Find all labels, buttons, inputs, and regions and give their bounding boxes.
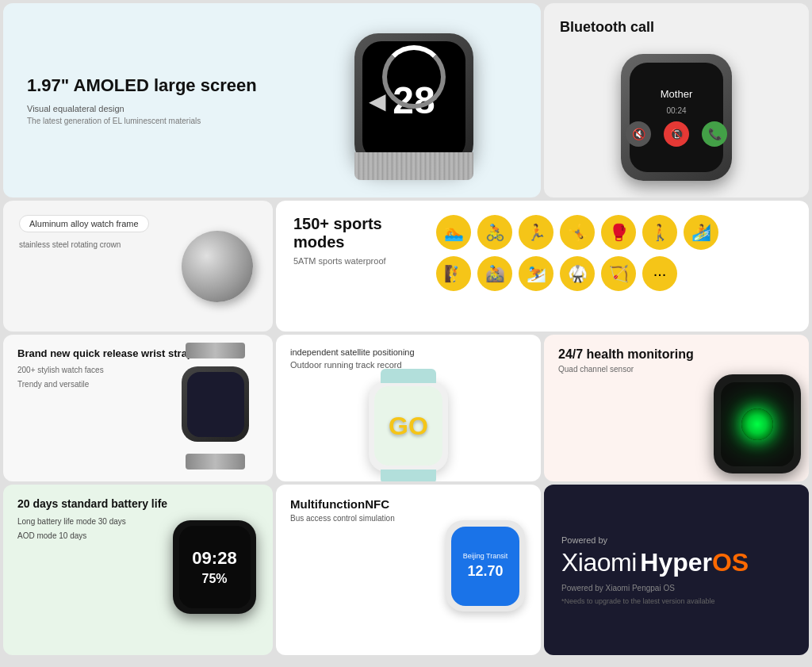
go-watch-body: GO	[369, 381, 448, 472]
cell-strap: Brand new quick release wrist strap 200+…	[3, 335, 273, 481]
health-watch	[694, 366, 805, 477]
sports-row-2: 🧗 🚵 ⛷️ 🥋 🏹 ···	[436, 256, 791, 291]
cell-health: 24/7 health monitoring Quad channel sens…	[544, 335, 809, 481]
battery-watch-body: 09:28 75%	[173, 520, 256, 614]
sport-icon-run: 🏃	[519, 215, 553, 250]
sport-icon-mtb: 🚵	[477, 256, 512, 291]
nfc-title: MultifunctionNFC	[290, 497, 527, 511]
health-watch-body	[714, 374, 801, 473]
bluetooth-watch-area: Mother 00:24 🔇 📵 📞	[560, 45, 793, 190]
nfc-watch-screen: Beijing Transit 12.70	[451, 527, 519, 606]
sport-icon-skate: ⛷️	[519, 256, 553, 291]
bt-accept-btn[interactable]: 📞	[702, 121, 727, 147]
amoled-title: 1.97" AMOLED large screen	[27, 75, 257, 96]
main-grid: 1.97" AMOLED large screen Visual equalat…	[0, 0, 812, 667]
hyperos-os: OS	[712, 548, 749, 577]
hyperos-brand-line: Xiaomi HyperOS	[561, 548, 791, 577]
crown-image	[162, 223, 265, 310]
sport-icon-more: ···	[642, 256, 677, 291]
bt-decline-btn[interactable]: 📵	[664, 121, 689, 147]
cell-bluetooth: Bluetooth call Mother 00:24 🔇 📵 📞	[544, 3, 809, 197]
watch-strap	[354, 152, 473, 180]
watch-screen: ◀ 28	[362, 41, 465, 160]
strap-piece-top	[186, 343, 245, 358]
cell-nfc: MultifunctionNFC Bus access control simu…	[276, 485, 541, 655]
sports-row-1: 🏊 🚴 🏃 🤸 🥊 🚶 🏄	[436, 215, 791, 250]
sports-title: 150+ sports modes	[293, 215, 420, 251]
sports-icons: 🏊 🚴 🏃 🤸 🥊 🚶 🏄 🧗 🚵 ⛷️ 🥋 🏹 ···	[436, 215, 791, 317]
hyperos-hyper: Hyper	[640, 548, 712, 577]
watch-ring	[382, 45, 446, 109]
bt-caller: Mother	[661, 88, 692, 100]
nfc-watch-body: Beijing Transit 12.70	[446, 520, 525, 611]
watch-body: ◀ 28	[354, 33, 473, 168]
sport-icon-hike: 🧗	[436, 256, 471, 291]
sport-icon-box: 🥊	[601, 215, 636, 250]
sensor-glow	[741, 408, 773, 440]
strap-piece-bottom	[186, 454, 245, 470]
bt-watch: Mother 00:24 🔇 📵 📞	[621, 54, 732, 181]
sport-icon-archer: 🏹	[601, 256, 636, 291]
cell-amoled: 1.97" AMOLED large screen Visual equalat…	[3, 3, 541, 197]
bt-call-icons: 🔇 📵 📞	[626, 121, 727, 147]
sport-icon-gym: 🤸	[560, 215, 595, 250]
bt-watch-screen: Mother 00:24 🔇 📵 📞	[630, 63, 723, 172]
go-strap-bottom	[381, 470, 436, 482]
amoled-text: 1.97" AMOLED large screen Visual equalat…	[27, 75, 257, 125]
crown-circle	[182, 231, 253, 302]
strap-watch	[166, 343, 269, 470]
hyperos-powered-by2: Powered by Xiaomi Pengpai OS	[561, 584, 791, 592]
strap-watch-body	[182, 366, 249, 442]
battery-watch-screen: 09:28 75%	[179, 526, 251, 608]
strap-watch-screen	[187, 372, 244, 437]
hyperos-note: *Needs to upgrade to the latest version …	[561, 597, 791, 605]
nfc-card: Beijing Transit 12.70	[414, 516, 529, 643]
battery-time: 09:28	[192, 548, 236, 569]
amoled-sub1: Visual equalateral design	[27, 104, 257, 113]
battery-watch: 09:28 75%	[163, 496, 266, 643]
hyperos-xiaomi: Xiaomi	[561, 548, 637, 577]
battery-percent: 75%	[201, 572, 227, 586]
go-watch-screen: GO	[374, 386, 442, 466]
bt-timer: 00:24	[666, 106, 686, 115]
health-watch-screen	[721, 382, 794, 466]
amoled-watch: ◀ 28	[311, 21, 517, 180]
sport-icon-swim: 🏊	[436, 215, 471, 250]
hyperos-powered-label: Powered by	[561, 535, 791, 545]
sports-sub: 5ATM sports waterproof	[293, 256, 420, 266]
cell-sports: 150+ sports modes 5ATM sports waterproof…	[276, 201, 809, 332]
nfc-card-info: Beijing Transit	[463, 552, 508, 560]
health-title: 24/7 health monitoring	[558, 347, 795, 362]
cell-hyperos: Powered by Xiaomi HyperOS Powered by Xia…	[544, 485, 809, 655]
amoled-sub2: The latest generation of EL luminescent …	[27, 117, 257, 125]
nfc-amount: 12.70	[467, 563, 503, 580]
go-label: GO	[389, 412, 428, 441]
alloy-badge: Aluminum alloy watch frame	[19, 215, 149, 232]
go-watch: GO	[284, 378, 533, 473]
sport-icon-walk: 🚶	[642, 215, 677, 250]
go-strap-top	[381, 369, 436, 383]
sports-text: 150+ sports modes 5ATM sports waterproof	[293, 215, 420, 317]
cell-battery: 20 days standard battery life Long batte…	[3, 485, 273, 655]
bluetooth-title: Bluetooth call	[560, 19, 793, 36]
sport-icon-martial: 🥋	[560, 256, 595, 291]
cell-satellite: independent satellite positioning Outdoo…	[276, 335, 541, 481]
bt-mute-btn[interactable]: 🔇	[626, 121, 651, 147]
cell-alloy: Aluminum alloy watch frame stainless ste…	[3, 201, 273, 332]
satellite-sub1: independent satellite positioning	[290, 347, 527, 357]
sport-icon-cycle: 🚴	[477, 215, 512, 250]
sport-icon-surf: 🏄	[684, 215, 718, 250]
watch-arrow: ◀	[369, 87, 386, 113]
